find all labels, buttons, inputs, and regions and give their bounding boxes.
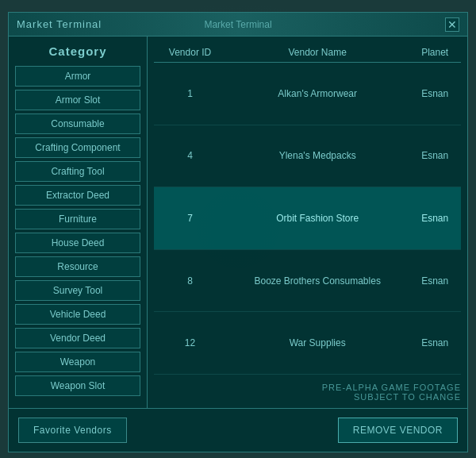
col-header-vendor-name: Vendor Name — [226, 43, 409, 63]
category-panel: Category ArmorArmor SlotConsumableCrafti… — [9, 37, 148, 408]
category-btn-survey-tool[interactable]: Survey Tool — [15, 280, 140, 301]
market-terminal-window: Market Terminal Market Terminal ✕ Catego… — [8, 12, 468, 452]
category-btn-weapon-slot[interactable]: Weapon Slot — [15, 375, 140, 396]
category-btn-crafting-tool[interactable]: Crafting Tool — [15, 161, 140, 182]
cell-id: 1 — [154, 63, 226, 125]
cell-planet: Esnan — [409, 187, 461, 250]
cell-planet: Esnan — [409, 125, 461, 187]
cell-id: 8 — [154, 249, 226, 312]
category-btn-armor-slot[interactable]: Armor Slot — [15, 90, 140, 110]
category-btn-furniture[interactable]: Furniture — [15, 209, 140, 229]
category-btn-vehicle-deed[interactable]: Vehicle Deed — [15, 304, 140, 325]
cell-planet: Esnan — [409, 312, 461, 375]
remove-vendor-button[interactable]: REMOVE VENDOR — [338, 418, 458, 443]
watermark-line2: SUBJECT TO CHANGE — [154, 392, 461, 402]
category-btn-weapon[interactable]: Weapon — [15, 352, 140, 372]
watermark: PRE-ALPHA GAME FOOTAGE SUBJECT TO CHANGE — [154, 375, 461, 402]
cell-id: 7 — [154, 187, 226, 250]
cell-name: Booze Brothers Consumables — [226, 249, 409, 312]
category-btn-extractor-deed[interactable]: Extractor Deed — [15, 185, 140, 206]
cell-planet: Esnan — [409, 249, 461, 312]
table-row[interactable]: 4Ylena's MedpacksEsnan — [154, 125, 461, 187]
category-btn-house-deed[interactable]: House Deed — [15, 233, 140, 253]
window-title: Market Terminal — [17, 18, 102, 30]
table-row[interactable]: 8Booze Brothers ConsumablesEsnan — [154, 249, 461, 312]
table-row[interactable]: 12War SuppliesEsnan — [154, 312, 461, 375]
watermark-line1: PRE-ALPHA GAME FOOTAGE — [154, 383, 461, 392]
category-btn-crafting-component[interactable]: Crafting Component — [15, 137, 140, 158]
cell-name: Ylena's Medpacks — [226, 125, 409, 187]
cell-name: War Supplies — [226, 312, 409, 375]
col-header-vendor-id: Vendor ID — [154, 43, 226, 63]
cell-planet: Esnan — [409, 63, 461, 125]
bottom-bar: Favorite Vendors REMOVE VENDOR — [9, 408, 467, 452]
vendor-table-body: 1Alkan's ArmorwearEsnan4Ylena's Medpacks… — [154, 63, 461, 375]
close-button[interactable]: ✕ — [445, 17, 459, 32]
main-content: Category ArmorArmor SlotConsumableCrafti… — [9, 37, 467, 408]
cell-name: Orbit Fashion Store — [226, 187, 409, 250]
category-btn-vendor-deed[interactable]: Vendor Deed — [15, 328, 140, 348]
table-row[interactable]: 7Orbit Fashion StoreEsnan — [154, 187, 461, 250]
category-btn-consumable[interactable]: Consumable — [15, 114, 140, 134]
cell-name: Alkan's Armorwear — [226, 63, 409, 125]
vendor-table-header: Vendor IDVendor NamePlanet — [154, 43, 461, 63]
category-btn-resource[interactable]: Resource — [15, 256, 140, 277]
favorite-vendors-button[interactable]: Favorite Vendors — [18, 418, 127, 443]
table-row[interactable]: 1Alkan's ArmorwearEsnan — [154, 63, 461, 125]
vendor-table: Vendor IDVendor NamePlanet 1Alkan's Armo… — [154, 43, 461, 375]
title-bar: Market Terminal Market Terminal ✕ — [9, 13, 467, 37]
window-subtitle: Market Terminal — [204, 19, 271, 30]
category-heading: Category — [15, 44, 140, 58]
cell-id: 12 — [154, 312, 226, 375]
col-header-planet: Planet — [409, 43, 461, 63]
cell-id: 4 — [154, 125, 226, 187]
vendor-panel: Vendor IDVendor NamePlanet 1Alkan's Armo… — [148, 37, 467, 408]
category-btn-armor[interactable]: Armor — [15, 66, 140, 87]
